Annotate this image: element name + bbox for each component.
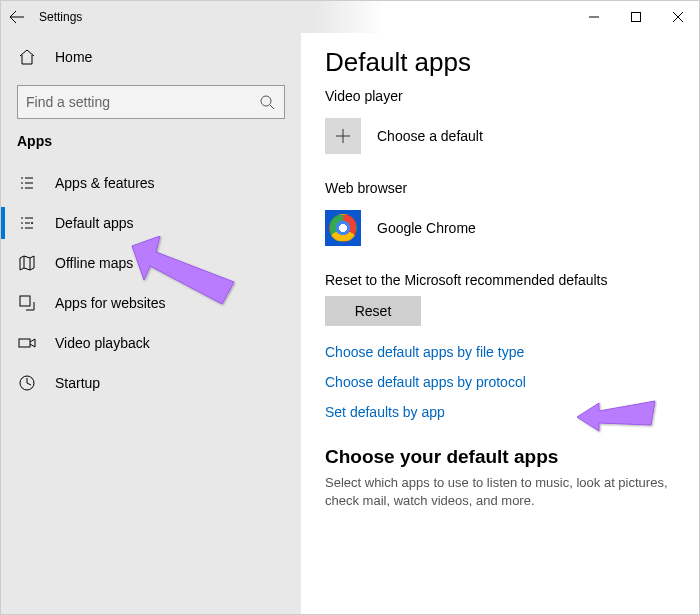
link-by-app[interactable]: Set defaults by app bbox=[325, 404, 675, 420]
sidebar-item-label: Startup bbox=[55, 375, 100, 391]
list-icon bbox=[17, 173, 37, 193]
arrow-left-icon bbox=[9, 9, 25, 25]
sidebar-item-label: Offline maps bbox=[55, 255, 133, 271]
sidebar-item-default-apps[interactable]: Default apps bbox=[1, 203, 301, 243]
reset-description: Reset to the Microsoft recommended defau… bbox=[325, 272, 675, 288]
link-file-type[interactable]: Choose default apps by file type bbox=[325, 344, 675, 360]
plus-tile bbox=[325, 118, 361, 154]
video-player-label: Video player bbox=[325, 88, 675, 104]
chrome-icon bbox=[329, 214, 357, 242]
sidebar: Home Apps Apps & features Default ap bbox=[1, 33, 301, 614]
open-with-icon bbox=[17, 293, 37, 313]
search-icon bbox=[250, 94, 284, 110]
svg-point-6 bbox=[31, 222, 33, 224]
maximize-button[interactable] bbox=[615, 1, 657, 33]
startup-icon bbox=[17, 373, 37, 393]
web-browser-value: Google Chrome bbox=[377, 220, 476, 236]
sidebar-item-label: Apps & features bbox=[55, 175, 155, 191]
web-browser-default[interactable]: Google Chrome bbox=[325, 204, 675, 252]
sidebar-item-label: Default apps bbox=[55, 215, 134, 231]
default-apps-icon bbox=[17, 213, 37, 233]
close-button[interactable] bbox=[657, 1, 699, 33]
sidebar-item-startup[interactable]: Startup bbox=[1, 363, 301, 403]
choose-subtext: Select which apps to use to listen to mu… bbox=[325, 474, 675, 510]
titlebar: Settings bbox=[1, 1, 699, 33]
search-box[interactable] bbox=[17, 85, 285, 119]
search-input[interactable] bbox=[18, 94, 250, 110]
window-body: Home Apps Apps & features Default ap bbox=[1, 33, 699, 614]
sidebar-item-video-playback[interactable]: Video playback bbox=[1, 323, 301, 363]
settings-window: Settings Home Apps bbox=[0, 0, 700, 615]
sidebar-item-apps-features[interactable]: Apps & features bbox=[1, 163, 301, 203]
maximize-icon bbox=[631, 12, 641, 22]
svg-rect-8 bbox=[19, 339, 30, 347]
map-icon bbox=[17, 253, 37, 273]
link-protocol[interactable]: Choose default apps by protocol bbox=[325, 374, 675, 390]
sidebar-item-label: Apps for websites bbox=[55, 295, 166, 311]
chrome-tile bbox=[325, 210, 361, 246]
plus-icon bbox=[334, 127, 352, 145]
sidebar-item-label: Video playback bbox=[55, 335, 150, 351]
page-title: Default apps bbox=[325, 47, 675, 78]
svg-line-5 bbox=[270, 105, 274, 109]
svg-rect-1 bbox=[632, 13, 641, 22]
minimize-icon bbox=[589, 12, 599, 22]
reset-button[interactable]: Reset bbox=[325, 296, 421, 326]
sidebar-category: Apps bbox=[1, 133, 301, 163]
svg-rect-7 bbox=[20, 296, 30, 306]
svg-point-4 bbox=[261, 96, 271, 106]
sidebar-item-home[interactable]: Home bbox=[1, 37, 301, 77]
video-icon bbox=[17, 333, 37, 353]
sidebar-item-label: Home bbox=[55, 49, 92, 65]
sidebar-item-apps-websites[interactable]: Apps for websites bbox=[1, 283, 301, 323]
sidebar-item-offline-maps[interactable]: Offline maps bbox=[1, 243, 301, 283]
minimize-button[interactable] bbox=[573, 1, 615, 33]
window-controls bbox=[573, 1, 699, 33]
window-title: Settings bbox=[39, 10, 82, 24]
video-player-value: Choose a default bbox=[377, 128, 483, 144]
back-button[interactable] bbox=[1, 1, 33, 33]
content-pane: Default apps Video player Choose a defau… bbox=[301, 33, 699, 614]
home-icon bbox=[17, 47, 37, 67]
choose-heading: Choose your default apps bbox=[325, 446, 675, 468]
close-icon bbox=[673, 12, 683, 22]
video-player-default[interactable]: Choose a default bbox=[325, 112, 675, 160]
web-browser-label: Web browser bbox=[325, 180, 675, 196]
